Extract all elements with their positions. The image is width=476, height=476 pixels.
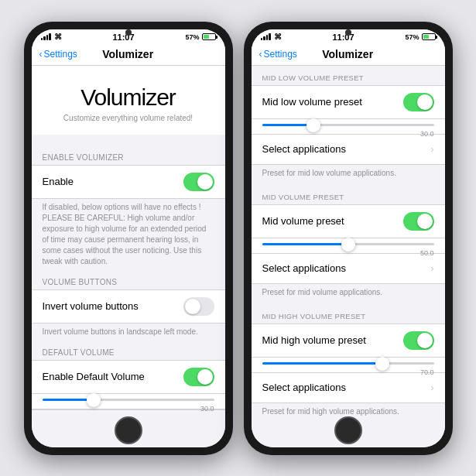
enable-toggle[interactable] xyxy=(183,173,214,191)
mid-toggle[interactable] xyxy=(403,212,434,231)
signal-bar-r1 xyxy=(261,38,263,40)
section-header-mid: MID VOLUME PRESET xyxy=(252,185,445,204)
mid-desc: Preset for mid volume applications. xyxy=(252,284,445,304)
section-header-mid-high: MID HIGH VOLUME PRESET xyxy=(252,304,445,324)
enable-label: Enable xyxy=(43,176,74,187)
wifi-icon: ⌘ xyxy=(54,33,62,41)
mid-low-slider-track[interactable]: 30.0 xyxy=(262,124,434,126)
enable-desc: If disabled, below options will have no … xyxy=(32,199,225,273)
section-header-mid-low: MID LOW VOLUME PRESET xyxy=(252,66,445,85)
home-button-left[interactable] xyxy=(115,416,142,444)
back-button-right[interactable]: ‹ Settings xyxy=(259,49,297,60)
enable-group: Enable xyxy=(32,165,225,199)
mid-high-slider-thumb[interactable] xyxy=(375,357,389,371)
status-right-right: 57% xyxy=(405,33,435,41)
status-time-right: 11:07 xyxy=(332,33,354,42)
signal-bar-1 xyxy=(41,38,43,40)
mid-slider-track[interactable]: 50.0 xyxy=(262,243,434,245)
phone-left: ⌘ 11:07 57% ‹ Settings Volumizer xyxy=(24,22,233,455)
mid-low-chevron-icon: › xyxy=(431,144,434,155)
status-right-left: 57% xyxy=(185,33,215,41)
mid-low-toggle-row: Mid low volume preset xyxy=(252,86,445,119)
battery-fill-left xyxy=(204,35,210,39)
volume-buttons-group: Invert volume buttons xyxy=(32,289,225,324)
invert-toggle-knob xyxy=(185,299,200,314)
battery-pct-left: 57% xyxy=(185,33,199,41)
signal-bars xyxy=(41,33,51,40)
mid-high-slider-fill xyxy=(262,362,382,365)
phone-right: ⌘ 11:07 57% ‹ Settings Volumizer xyxy=(244,22,453,455)
mid-high-select-row[interactable]: Select applications › xyxy=(252,373,445,402)
default-volume-slider-track[interactable]: 30.0 xyxy=(43,399,214,401)
chevron-left-icon-right: ‹ xyxy=(259,49,262,60)
mid-high-label: Mid high volume preset xyxy=(262,334,366,346)
mid-low-select-label: Select applications xyxy=(262,143,346,155)
screen-content-left: Volumizer Customize everything volume re… xyxy=(32,66,225,416)
battery-pct-right: 57% xyxy=(405,33,419,41)
phone-left-notch xyxy=(125,29,132,36)
mid-high-group: Mid high volume preset 70.0 Selec xyxy=(252,324,445,403)
section-header-enable: ENABLE VOLUMIZER xyxy=(32,149,225,165)
default-volume-slider-fill xyxy=(43,399,94,401)
default-volume-toggle[interactable] xyxy=(183,368,214,386)
mid-low-slider-value: 30.0 xyxy=(420,130,434,138)
signal-bar-r4 xyxy=(269,33,271,40)
mid-group: Mid volume preset 50.0 Select app xyxy=(252,204,445,284)
chevron-left-icon: ‹ xyxy=(39,49,43,60)
signal-bar-r3 xyxy=(266,35,269,40)
mid-slider-value: 50.0 xyxy=(420,249,434,257)
status-time-left: 11:07 xyxy=(112,33,134,42)
battery-icon-left xyxy=(202,33,216,40)
default-volume-slider-thumb[interactable] xyxy=(87,393,101,407)
mid-low-slider-thumb[interactable] xyxy=(306,118,320,132)
back-label-left: Settings xyxy=(44,49,77,60)
signal-bars-right xyxy=(261,33,271,40)
mid-high-toggle-knob xyxy=(417,333,433,348)
mid-high-slider-value: 70.0 xyxy=(420,368,434,376)
mid-label: Mid volume preset xyxy=(262,215,344,227)
mid-high-toggle[interactable] xyxy=(403,331,434,350)
mid-high-slider-track[interactable]: 70.0 xyxy=(262,362,434,365)
mid-low-toggle-knob xyxy=(417,94,433,110)
mid-low-select-row[interactable]: Select applications › xyxy=(252,135,445,164)
default-volume-label: Enable Default Volume xyxy=(43,371,145,382)
mid-low-group: Mid low volume preset 30.0 Select xyxy=(252,85,445,165)
mid-slider-thumb[interactable] xyxy=(341,238,355,252)
mid-low-slider-fill xyxy=(262,124,314,126)
mid-low-label: Mid low volume preset xyxy=(262,96,362,108)
invert-desc: Invert volume buttons in landscape left … xyxy=(32,324,225,344)
screen-content-right: MID LOW VOLUME PRESET Mid low volume pre… xyxy=(252,66,445,416)
phone-left-screen: ⌘ 11:07 57% ‹ Settings Volumizer xyxy=(32,29,225,447)
status-left: ⌘ xyxy=(41,33,62,41)
invert-label: Invert volume buttons xyxy=(43,300,139,312)
nav-title-left: Volumizer xyxy=(102,48,153,60)
mid-low-slider-row: 30.0 xyxy=(252,119,445,135)
section-header-volume-buttons: VOLUME BUTTONS xyxy=(32,273,225,289)
mid-slider-fill xyxy=(262,243,348,245)
enable-toggle-knob xyxy=(197,174,213,190)
phone-right-notch xyxy=(345,29,351,36)
default-volume-value: 30.0 xyxy=(200,405,214,413)
status-left-right: ⌘ xyxy=(261,33,282,41)
mid-chevron-icon: › xyxy=(431,263,434,274)
mid-low-toggle[interactable] xyxy=(403,93,434,111)
default-volume-slider-row: 30.0 xyxy=(32,394,225,409)
mid-high-select-label: Select applications xyxy=(262,382,346,393)
home-indicator-left xyxy=(32,416,225,447)
nav-bar-right: ‹ Settings Volumizer xyxy=(252,43,445,66)
mid-high-chevron-icon: › xyxy=(431,382,434,393)
battery-icon-right xyxy=(422,33,436,40)
mid-select-row[interactable]: Select applications › xyxy=(252,254,445,283)
mid-high-toggle-row: Mid high volume preset xyxy=(252,324,445,358)
mid-toggle-row: Mid volume preset xyxy=(252,205,445,238)
signal-bar-r2 xyxy=(263,36,265,40)
back-button-left[interactable]: ‹ Settings xyxy=(39,49,77,60)
enable-row: Enable xyxy=(32,166,225,198)
section-header-default-volume: DEFAULT VOLUME xyxy=(32,344,225,360)
invert-toggle[interactable] xyxy=(183,297,214,316)
home-button-right[interactable] xyxy=(334,416,362,444)
wifi-icon-right: ⌘ xyxy=(274,33,282,41)
signal-bar-3 xyxy=(46,35,49,40)
default-volume-group: Enable Default Volume 30.0 xyxy=(32,360,225,410)
mid-slider-row: 50.0 xyxy=(252,238,445,254)
